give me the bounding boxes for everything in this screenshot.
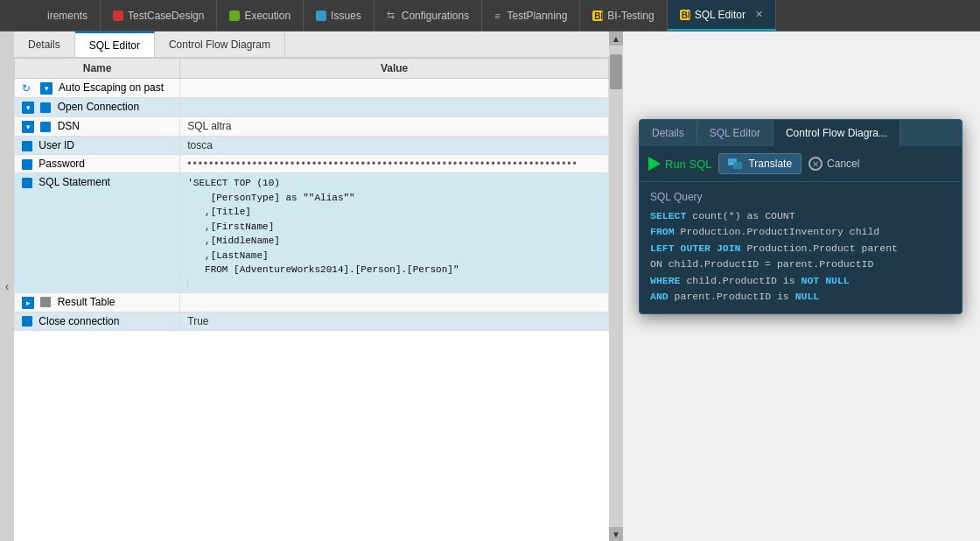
- sql-line-4: ON child.ProductID = parent.ProductID: [650, 256, 951, 272]
- sql-text: Production.Product parent: [741, 242, 898, 254]
- node-icon: [22, 141, 32, 151]
- popup-tab-sql-editor[interactable]: SQL Editor: [697, 120, 774, 146]
- node-icon: [40, 122, 51, 132]
- sql-text: child.ProductID is: [681, 275, 802, 286]
- tab-issues[interactable]: Issues: [304, 0, 374, 31]
- expand-icon[interactable]: ▾: [40, 82, 52, 95]
- keyword: AND: [650, 291, 668, 302]
- tab-testcasedesign-label: TestCaseDesign: [128, 10, 204, 22]
- top-tab-bar: irements TestCaseDesign Execution Issues…: [0, 0, 980, 32]
- scroll-down-button[interactable]: ▼: [609, 527, 623, 541]
- row-value: [180, 98, 609, 117]
- keyword: FROM: [650, 226, 675, 237]
- node-icon: [22, 178, 32, 188]
- expand-icon[interactable]: ▾: [22, 121, 34, 133]
- sub-tab-control-flow[interactable]: Control Flow Diagram: [155, 32, 285, 57]
- translate-button[interactable]: ↔ Translate: [718, 153, 802, 174]
- tab-configurations[interactable]: ⇆ Configurations: [374, 0, 482, 31]
- sub-tab-sql-editor[interactable]: SQL Editor: [75, 32, 155, 57]
- tab-requirements[interactable]: irements: [35, 0, 101, 31]
- expand-icon[interactable]: ▾: [22, 102, 34, 114]
- name-column-header: Name: [15, 59, 180, 79]
- svg-text:↔: ↔: [730, 160, 734, 165]
- sub-tab-sql-editor-label: SQL Editor: [89, 39, 140, 52]
- run-sql-button[interactable]: Run SQL: [648, 157, 711, 171]
- expand-icon[interactable]: ▸: [22, 297, 34, 309]
- refresh-icon: ↻: [22, 82, 34, 95]
- run-sql-label: Run SQL: [665, 158, 711, 171]
- sql-line-1: SELECT count(*) as COUNT: [650, 208, 951, 224]
- tab-configurations-label: Configurations: [402, 10, 469, 22]
- popup-tab-details-label: Details: [652, 127, 684, 139]
- play-icon: [648, 157, 661, 171]
- scrollbar[interactable]: ▲ ▼: [609, 32, 623, 541]
- row-value: [180, 292, 609, 312]
- execution-icon: [229, 11, 240, 21]
- table-header: Name Value: [15, 59, 609, 79]
- sql-text: Production.ProductInventory child: [675, 226, 880, 237]
- table-row[interactable]: User ID tosca: [15, 137, 609, 155]
- tab-testcasedesign[interactable]: TestCaseDesign: [101, 0, 217, 31]
- scroll-thumb[interactable]: [610, 54, 622, 89]
- query-label: SQL Query: [650, 191, 951, 203]
- table-row[interactable]: Close connection True: [15, 312, 609, 330]
- property-table-area: Name Value ↻ ▾ Auto Escaping on past ▾: [14, 58, 609, 541]
- popup-tab-bar: Details SQL Editor Control Flow Diagra..…: [640, 120, 962, 146]
- tab-bi-testing-label: BI-Testing: [607, 10, 654, 22]
- table-row[interactable]: ▾ Open Connection: [15, 98, 609, 117]
- row-name: Close connection: [38, 315, 119, 327]
- sub-tab-details-label: Details: [28, 39, 60, 51]
- popup-tab-control-flow-label: Control Flow Diagra...: [786, 127, 887, 139]
- scroll-up-button[interactable]: ▲: [609, 32, 623, 46]
- testplan-icon: ≡: [494, 11, 500, 21]
- row-value-password: ••••••••••••••••••••••••••••••••••••••••…: [180, 155, 609, 173]
- issues-icon: [316, 11, 326, 21]
- row-name: User ID: [38, 139, 74, 151]
- tab-testplanning[interactable]: ≡ TestPlanning: [482, 0, 580, 31]
- popup-tab-control-flow[interactable]: Control Flow Diagra...: [774, 120, 900, 146]
- sql-line-5: WHERE child.ProductID is NOT NULL: [650, 273, 951, 289]
- table-row[interactable]: ↻ ▾ Auto Escaping on past: [15, 79, 609, 98]
- row-value: SQL altra: [180, 117, 609, 137]
- tab-requirements-label: irements: [47, 10, 88, 22]
- tab-execution[interactable]: Execution: [217, 0, 304, 31]
- sidebar-collapse-button[interactable]: ‹: [0, 32, 14, 541]
- row-name: SQL Statement: [38, 176, 110, 188]
- tab-issues-label: Issues: [331, 10, 361, 22]
- row-name: Result Table: [58, 296, 116, 308]
- keyword: SELECT: [650, 210, 686, 221]
- close-tab-button[interactable]: ✕: [755, 9, 763, 20]
- sql-code-display: 'SELECT TOP (10) [PersonType] as ""Alias…: [187, 176, 601, 278]
- table-row[interactable]: ▸ Result Table: [15, 292, 609, 312]
- tab-bi-testing[interactable]: BI BI-Testing: [580, 0, 667, 31]
- config-icon: ⇆: [387, 10, 395, 21]
- popup-panel: Details SQL Editor Control Flow Diagra..…: [639, 119, 962, 314]
- row-name: Auto Escaping on past: [59, 81, 164, 94]
- query-display-area: SQL Query SELECT count(*) as COUNT FROM …: [640, 182, 962, 313]
- popup-toolbar: Run SQL ↔ Translate ✕ Cancel: [640, 146, 962, 182]
- left-panel: Details SQL Editor Control Flow Diagram …: [14, 32, 609, 541]
- row-name: DSN: [58, 120, 80, 132]
- row-value: True: [180, 312, 609, 330]
- sql-editor-icon: BI: [680, 10, 690, 20]
- sql-line-2: FROM Production.ProductInventory child: [650, 224, 951, 240]
- sub-tab-details[interactable]: Details: [14, 32, 75, 57]
- tab-testplanning-label: TestPlanning: [508, 10, 568, 22]
- testcase-icon: [113, 11, 123, 21]
- table-row[interactable]: ▾ DSN SQL altra: [15, 117, 609, 137]
- table-row[interactable]: Password •••••••••••••••••••••••••••••••…: [15, 155, 609, 173]
- sql-line-3: LEFT OUTER JOIN Production.Product paren…: [650, 241, 951, 256]
- translate-icon: ↔: [728, 158, 744, 170]
- scroll-track[interactable]: [609, 46, 623, 527]
- table-row-sql[interactable]: SQL Statement 'SELECT TOP (10) [PersonTy…: [15, 173, 609, 293]
- cancel-button[interactable]: ✕ Cancel: [808, 157, 859, 171]
- row-value: tosca: [180, 137, 609, 155]
- node-icon: [22, 316, 32, 327]
- node-icon: [22, 159, 32, 170]
- tab-sql-editor[interactable]: BI SQL Editor ✕: [668, 0, 776, 31]
- sub-tab-bar: Details SQL Editor Control Flow Diagram: [14, 32, 609, 58]
- tab-sql-editor-label: SQL Editor: [695, 9, 746, 21]
- popup-tab-details[interactable]: Details: [640, 120, 697, 146]
- tab-execution-label: Execution: [244, 10, 290, 22]
- row-value-sql[interactable]: 'SELECT TOP (10) [PersonType] as ""Alias…: [180, 173, 609, 293]
